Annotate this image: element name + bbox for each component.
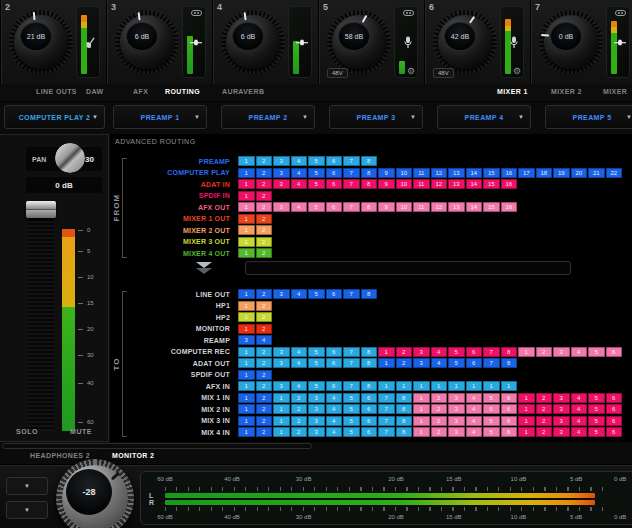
routing-cell[interactable]: 6 [606, 404, 623, 414]
routing-cell[interactable]: 2 [256, 370, 273, 380]
routing-cell[interactable]: 1 [238, 312, 255, 322]
routing-cell[interactable]: 4 [291, 179, 308, 189]
routing-cell[interactable]: 8 [361, 179, 378, 189]
routing-cell[interactable]: 2 [291, 427, 308, 437]
gain-knob[interactable]: 0 dB [539, 10, 603, 74]
routing-cell[interactable]: 5 [308, 381, 325, 391]
routing-cell[interactable]: 1 [238, 416, 255, 426]
routing-cell[interactable]: 14 [466, 179, 483, 189]
routing-cell[interactable]: 2 [256, 404, 273, 414]
routing-cell[interactable]: 1 [273, 393, 290, 403]
routing-cell[interactable]: 6 [606, 347, 623, 357]
routing-cell[interactable]: 8 [501, 347, 518, 357]
routing-cell[interactable]: 4 [291, 156, 308, 166]
routing-cell[interactable]: 2 [256, 312, 273, 322]
routing-cell[interactable]: 11 [413, 168, 430, 178]
monitor-source-select[interactable]: ▼ [6, 477, 48, 495]
routing-cell[interactable]: 5 [308, 179, 325, 189]
routing-cell[interactable]: 16 [501, 168, 518, 178]
tab-mixer[interactable]: MIXER [603, 88, 627, 95]
routing-cell[interactable]: 1 [518, 393, 535, 403]
routing-cell[interactable]: 7 [343, 289, 360, 299]
routing-cell[interactable]: 1 [483, 381, 500, 391]
routing-cell[interactable]: 6 [361, 416, 378, 426]
routing-cell[interactable]: 6 [361, 393, 378, 403]
pan-knob[interactable] [55, 143, 85, 173]
routing-cell[interactable]: 7 [378, 416, 395, 426]
tab-mixer-2[interactable]: MIXER 2 [551, 88, 582, 95]
routing-cell[interactable]: 8 [361, 358, 378, 368]
routing-cell[interactable]: 6 [326, 202, 343, 212]
routing-cell[interactable]: 1 [413, 416, 430, 426]
routing-cell[interactable]: 7 [343, 156, 360, 166]
routing-cell[interactable]: 4 [571, 347, 588, 357]
routing-cell[interactable]: 7 [483, 358, 500, 368]
routing-cell[interactable]: 17 [518, 168, 535, 178]
routing-cell[interactable]: 6 [326, 381, 343, 391]
routing-cell[interactable]: 3 [273, 381, 290, 391]
tab-mixer-1[interactable]: MIXER 1 [497, 88, 528, 95]
source-select-4[interactable]: PREAMP 4▼ [437, 105, 531, 129]
routing-cell[interactable]: 2 [256, 301, 273, 311]
routing-cell[interactable]: 4 [291, 358, 308, 368]
routing-cell[interactable]: 15 [483, 179, 500, 189]
routing-cell[interactable]: 1 [238, 168, 255, 178]
monitor-volume-knob[interactable]: -28 [56, 459, 134, 528]
routing-cell[interactable]: 3 [553, 416, 570, 426]
routing-cell[interactable]: 2 [256, 393, 273, 403]
routing-cell[interactable]: 2 [256, 381, 273, 391]
mute-button[interactable]: MUTE [70, 428, 92, 435]
routing-cell[interactable]: 12 [431, 179, 448, 189]
routing-cell[interactable]: 7 [343, 168, 360, 178]
routing-cell[interactable]: 2 [396, 347, 413, 357]
routing-cell[interactable]: 3 [273, 289, 290, 299]
source-select-2[interactable]: PREAMP 2▼ [221, 105, 315, 129]
routing-cell[interactable]: 2 [256, 156, 273, 166]
routing-drop-target[interactable] [245, 261, 571, 275]
routing-cell[interactable]: 3 [448, 427, 465, 437]
routing-cell[interactable]: 2 [431, 393, 448, 403]
routing-cell[interactable]: 2 [256, 248, 273, 258]
routing-cell[interactable]: 1 [238, 324, 255, 334]
routing-cell[interactable]: 15 [483, 202, 500, 212]
routing-cell[interactable]: 4 [466, 404, 483, 414]
routing-cell[interactable]: 15 [483, 168, 500, 178]
routing-cell[interactable]: 5 [588, 404, 605, 414]
routing-cell[interactable]: 1 [273, 427, 290, 437]
routing-cell[interactable]: 11 [413, 179, 430, 189]
routing-cell[interactable]: 5 [448, 347, 465, 357]
routing-cell[interactable]: 6 [501, 404, 518, 414]
routing-cell[interactable]: 16 [501, 179, 518, 189]
routing-cell[interactable]: 1 [238, 381, 255, 391]
phantom-power-badge[interactable]: 48V [433, 68, 454, 78]
routing-cell[interactable]: 3 [308, 393, 325, 403]
routing-cell[interactable]: 1 [238, 179, 255, 189]
routing-cell[interactable]: 1 [413, 404, 430, 414]
routing-cell[interactable]: 4 [466, 427, 483, 437]
routing-cell[interactable]: 1 [238, 404, 255, 414]
routing-cell[interactable]: 4 [326, 404, 343, 414]
routing-cell[interactable]: 6 [326, 358, 343, 368]
routing-cell[interactable]: 3 [273, 358, 290, 368]
routing-cell[interactable]: 3 [273, 202, 290, 212]
routing-cell[interactable]: 1 [238, 347, 255, 357]
link-icon[interactable] [403, 10, 414, 16]
routing-cell[interactable]: 2 [291, 393, 308, 403]
routing-cell[interactable]: 5 [483, 416, 500, 426]
routing-cell[interactable]: 10 [396, 168, 413, 178]
tab-afx[interactable]: AFX [133, 88, 148, 95]
routing-cell[interactable]: 1 [378, 347, 395, 357]
routing-cell[interactable]: 2 [256, 214, 273, 224]
routing-cell[interactable]: 3 [308, 404, 325, 414]
routing-cell[interactable]: 5 [588, 347, 605, 357]
gain-knob[interactable]: 21 dB [9, 10, 73, 74]
routing-cell[interactable]: 5 [308, 289, 325, 299]
routing-cell[interactable]: 6 [326, 289, 343, 299]
routing-cell[interactable]: 12 [431, 168, 448, 178]
routing-cell[interactable]: 2 [536, 393, 553, 403]
routing-cell[interactable]: 3 [553, 347, 570, 357]
routing-cell[interactable]: 5 [343, 416, 360, 426]
routing-cell[interactable]: 3 [553, 393, 570, 403]
routing-cell[interactable]: 4 [256, 335, 273, 345]
routing-cell[interactable]: 1 [238, 370, 255, 380]
